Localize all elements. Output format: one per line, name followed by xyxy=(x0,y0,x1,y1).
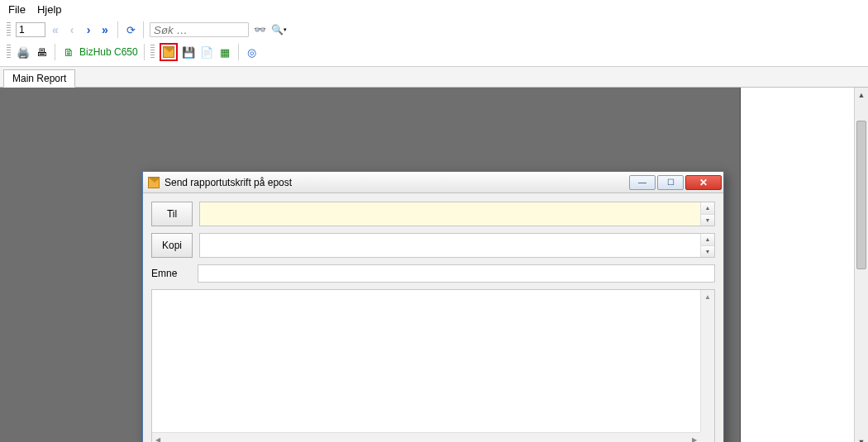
scroll-down-icon[interactable]: ▼ xyxy=(855,435,868,442)
dialog-title-text: Send rapportutskrift på epost xyxy=(165,177,292,188)
to-button[interactable]: Til xyxy=(151,202,193,226)
vertical-scrollbar[interactable]: ▲ ▼ xyxy=(854,88,868,442)
separator xyxy=(238,44,239,60)
copy-spinner[interactable]: ▲▼ xyxy=(700,234,714,257)
report-viewer: ▲ ▼ Send rapportutskrift på epost — ☐ ✕ … xyxy=(0,88,868,442)
minimize-button[interactable]: — xyxy=(629,175,656,190)
subject-label: Emne xyxy=(151,268,189,279)
refresh-icon[interactable]: ⟳ xyxy=(124,23,137,36)
copy-field-wrapper: ▲▼ xyxy=(199,233,715,258)
copy-button[interactable]: Kopi xyxy=(151,233,193,258)
tab-strip: Main Report xyxy=(0,66,868,88)
send-email-dialog: Send rapportutskrift på epost — ☐ ✕ Til … xyxy=(142,171,724,442)
separator xyxy=(144,44,145,60)
toolbar-grip xyxy=(7,22,11,37)
zoom-icon[interactable]: 🔍▾ xyxy=(270,23,287,36)
report-page-preview xyxy=(740,88,860,442)
toolbar-grip xyxy=(7,45,11,59)
toolbar-navigation: « ‹ › » ⟳ 👓 🔍▾ xyxy=(0,19,868,40)
export-pdf-icon[interactable]: 📄 xyxy=(199,45,214,59)
search-input[interactable] xyxy=(150,22,249,37)
body-vscroll[interactable]: ▲ xyxy=(700,290,714,432)
to-input[interactable] xyxy=(200,202,700,226)
scroll-up-icon[interactable]: ▲ xyxy=(855,88,868,102)
printer-name-link[interactable]: BizHub C650 xyxy=(79,46,138,58)
tab-main-report[interactable]: Main Report xyxy=(3,69,75,88)
body-hscroll[interactable]: ◀▶ xyxy=(152,432,700,442)
mail-icon xyxy=(163,46,174,58)
dialog-body: Til ▲▼ Kopi ▲▼ Emne ▲ ◀▶ xyxy=(143,193,723,442)
menu-file[interactable]: File xyxy=(8,3,26,16)
export-excel-icon[interactable]: ▦ xyxy=(217,45,232,59)
next-page-button[interactable]: › xyxy=(82,23,95,36)
document-icon[interactable]: 🗎 xyxy=(61,45,76,59)
save-icon[interactable]: 💾 xyxy=(181,45,196,59)
prev-page-button[interactable]: ‹ xyxy=(65,23,79,36)
body-textarea[interactable]: ▲ ◀▶ xyxy=(151,289,715,442)
find-icon[interactable]: 👓 xyxy=(252,23,267,36)
subject-input[interactable] xyxy=(198,264,715,283)
mail-icon xyxy=(148,177,160,188)
dialog-titlebar[interactable]: Send rapportutskrift på epost — ☐ ✕ xyxy=(143,172,723,193)
copy-input[interactable] xyxy=(200,234,700,257)
close-button[interactable]: ✕ xyxy=(685,175,722,190)
maximize-button[interactable]: ☐ xyxy=(657,175,684,190)
email-report-button[interactable] xyxy=(160,43,178,61)
page-number-input[interactable] xyxy=(16,22,45,37)
toolbar-grip xyxy=(150,45,155,59)
menu-help[interactable]: Hjelp xyxy=(37,3,62,16)
print-preview-icon[interactable]: 🖶 xyxy=(34,45,49,59)
scroll-thumb[interactable] xyxy=(856,121,866,269)
help-icon[interactable]: ◎ xyxy=(245,45,260,59)
separator xyxy=(55,44,55,60)
scroll-corner xyxy=(700,432,714,442)
last-page-button[interactable]: » xyxy=(98,23,112,36)
menu-bar: File Hjelp xyxy=(0,0,868,19)
to-field-wrapper: ▲▼ xyxy=(199,202,715,226)
toolbar-actions: 🖨️ 🖶 🗎 BizHub C650 💾 📄 ▦ ◎ xyxy=(0,40,868,64)
separator xyxy=(143,21,144,38)
first-page-button[interactable]: « xyxy=(49,23,62,36)
separator xyxy=(117,21,118,38)
print-icon[interactable]: 🖨️ xyxy=(16,45,31,59)
to-spinner[interactable]: ▲▼ xyxy=(700,202,714,226)
